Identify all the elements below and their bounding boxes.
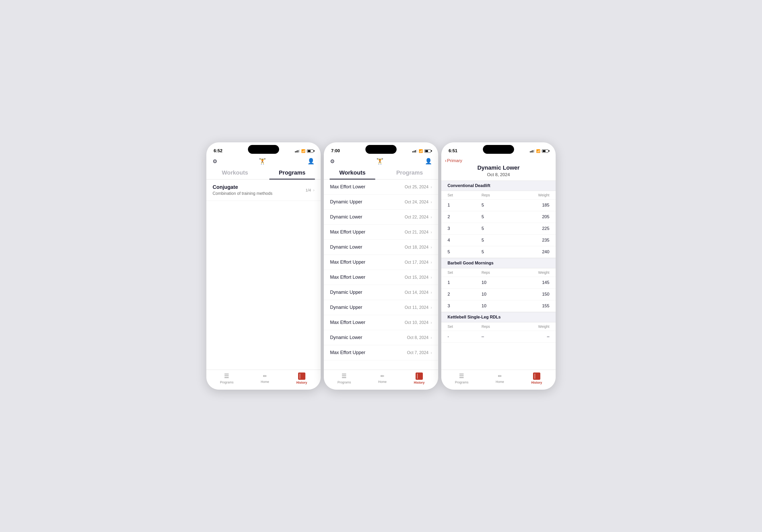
list-icon-2: ☰ — [342, 373, 347, 379]
workout-name: Max Effort Lower — [330, 275, 365, 280]
workout-date: Oct 11, 2024 › — [405, 305, 432, 310]
list-item[interactable]: Max Effort Lower Oct 25, 2024 › — [324, 179, 438, 195]
set-number: 5 — [447, 249, 482, 255]
set-number: 4 — [447, 238, 482, 243]
detail-title: Dynamic Lower — [447, 165, 549, 171]
list-item[interactable]: Max Effort Lower Oct 10, 2024 › — [324, 315, 438, 330]
profile-icon[interactable]: 👤 — [307, 158, 315, 165]
bottom-tab-home-label: Home — [261, 380, 269, 384]
program-badge: 1/4 › — [306, 188, 315, 192]
workout-date: Oct 10, 2024 › — [405, 320, 432, 325]
bottom-tab-programs-1[interactable]: ☰ Programs — [220, 373, 233, 384]
list-icon-3: ☰ — [459, 373, 464, 379]
set-weight: 150 — [515, 292, 549, 297]
set-weight: 155 — [515, 303, 549, 308]
exercise-section-2: Barbell Good Mornings Set Reps Weight 1 … — [441, 258, 556, 312]
col-set-label-3: Set — [447, 324, 482, 329]
bottom-tab-home-3[interactable]: ✏ Home — [495, 373, 504, 384]
set-reps: 10 — [482, 292, 516, 297]
bottom-tab-programs-2[interactable]: ☰ Programs — [337, 373, 351, 384]
tab-programs-2[interactable]: Programs — [381, 167, 438, 179]
set-reps: 5 — [482, 226, 516, 231]
tab-workouts-1[interactable]: Workouts — [206, 167, 264, 179]
workout-name: Dynamic Upper — [330, 305, 362, 310]
battery-icon-2 — [424, 149, 431, 153]
list-item[interactable]: Dynamic Upper Oct 14, 2024 › — [324, 285, 438, 300]
list-item[interactable]: Dynamic Upper Oct 11, 2024 › — [324, 300, 438, 315]
top-nav-2: ⚙ 🏋 👤 — [324, 156, 438, 167]
exercise-name-1: Conventional Deadlift — [441, 180, 556, 191]
detail-header: Dynamic Lower Oct 8, 2024 — [441, 165, 556, 180]
list-item[interactable]: Max Effort Upper Oct 21, 2024 › — [324, 225, 438, 240]
workout-name: Dynamic Upper — [330, 199, 362, 205]
status-icons-3: 📶 — [530, 149, 548, 153]
chevron-icon: › — [431, 230, 432, 234]
content-1: Conjugate Combination of training method… — [206, 179, 321, 369]
workout-date: Oct 24, 2024 › — [405, 200, 432, 204]
workout-name: Dynamic Lower — [330, 335, 362, 340]
profile-icon-2[interactable]: 👤 — [425, 158, 432, 165]
list-item[interactable]: Dynamic Lower Oct 8, 2024 › — [324, 330, 438, 345]
bottom-tab-history-2[interactable]: History — [414, 372, 424, 384]
tabs-1: Workouts Programs — [206, 167, 321, 179]
workout-name: Dynamic Upper — [330, 290, 362, 295]
content-2: Max Effort Lower Oct 25, 2024 › Dynamic … — [324, 179, 438, 369]
list-item[interactable]: Max Effort Upper Oct 17, 2024 › — [324, 255, 438, 270]
book-icon — [298, 372, 305, 380]
dumbbell-icon: 🏋 — [259, 158, 266, 165]
set-number: 1 — [447, 280, 482, 285]
status-icons-2: 📶 — [413, 149, 431, 153]
signal-icon-2 — [413, 150, 417, 153]
bottom-tab-programs-3[interactable]: ☰ Programs — [455, 373, 468, 384]
list-item[interactable]: Dynamic Lower Oct 22, 2024 › — [324, 210, 438, 225]
list-item[interactable]: Dynamic Upper Oct 24, 2024 › — [324, 195, 438, 210]
workout-name: Max Effort Lower — [330, 184, 365, 190]
status-bar-1: 6:52 📶 — [206, 142, 321, 156]
wifi-icon-2: 📶 — [419, 149, 423, 153]
sets-header-2: Set Reps Weight — [441, 268, 556, 277]
list-item[interactable]: Max Effort Lower Oct 15, 2024 › — [324, 270, 438, 285]
back-button[interactable]: ‹ Primary — [445, 158, 462, 164]
dynamic-island-1 — [248, 145, 279, 154]
tab-programs-1[interactable]: Programs — [264, 167, 321, 179]
col-set-label-2: Set — [447, 270, 482, 275]
bottom-tab-home-1[interactable]: ✏ Home — [261, 373, 269, 384]
list-item[interactable]: Dynamic Lower Oct 18, 2024 › — [324, 240, 438, 255]
set-weight: 225 — [515, 226, 549, 231]
back-nav: ‹ Primary — [441, 156, 556, 165]
gear-icon[interactable]: ⚙ — [213, 158, 217, 165]
status-time-1: 6:52 — [214, 148, 222, 154]
tab-workouts-2[interactable]: Workouts — [324, 167, 381, 179]
set-reps: – — [482, 334, 516, 339]
table-row: 2 10 150 — [441, 289, 556, 300]
bottom-tab-home-label-2: Home — [378, 380, 386, 384]
set-weight: 145 — [515, 280, 549, 285]
wifi-icon: 📶 — [301, 149, 305, 153]
col-weight-label-2: Weight — [515, 270, 549, 275]
workout-date: Oct 17, 2024 › — [405, 260, 432, 265]
workout-date: Oct 14, 2024 › — [405, 290, 432, 295]
chevron-icon: › — [431, 200, 432, 204]
set-reps: 5 — [482, 203, 516, 208]
status-bar-3: 6:51 📶 — [441, 142, 556, 156]
status-time-3: 6:51 — [449, 148, 457, 154]
program-name: Conjugate — [213, 184, 272, 190]
book-icon-3 — [533, 372, 540, 380]
phone-screen-1: 6:52 📶 ⚙ 🏋 👤 Workouts Programs — [206, 142, 321, 390]
col-reps-label: Reps — [482, 193, 516, 197]
bottom-tab-history-1[interactable]: History — [296, 372, 307, 384]
exercise-section-1: Conventional Deadlift Set Reps Weight 1 … — [441, 180, 556, 258]
bottom-tab-history-3[interactable]: History — [531, 372, 542, 384]
table-row: 1 5 185 — [441, 200, 556, 211]
exercise-name-2: Barbell Good Mornings — [441, 258, 556, 268]
workout-name: Max Effort Upper — [330, 230, 365, 235]
list-item[interactable]: Max Effort Upper Oct 7, 2024 › — [324, 345, 438, 360]
col-reps-label-3: Reps — [482, 324, 516, 329]
phone-screen-3: 6:51 📶 ‹ Primary Dynamic Lower Oct — [441, 142, 556, 390]
bottom-tab-home-2[interactable]: ✏ Home — [378, 373, 386, 384]
program-item[interactable]: Conjugate Combination of training method… — [206, 179, 321, 201]
bottom-tab-programs-label-2: Programs — [337, 380, 351, 384]
gear-icon-2[interactable]: ⚙ — [330, 158, 335, 165]
sets-header-3: Set Reps Weight — [441, 322, 556, 331]
battery-icon-3 — [542, 149, 548, 153]
